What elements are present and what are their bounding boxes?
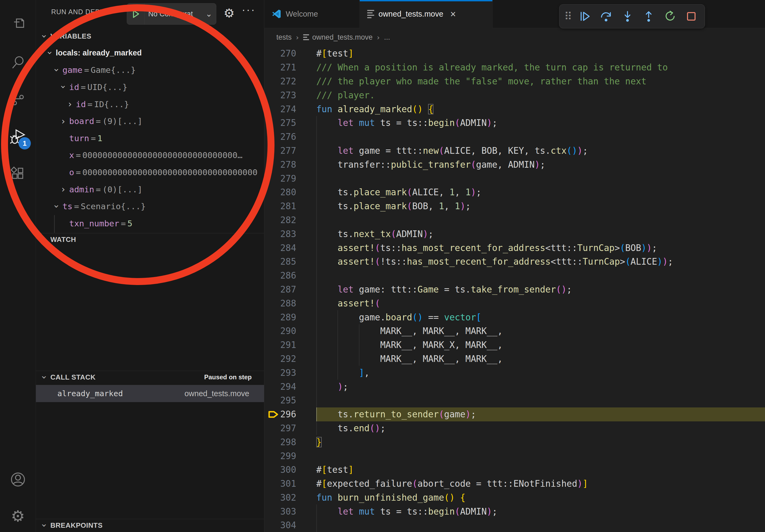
code-line[interactable]: 303 let mut ts = ts::begin(ADMIN);	[264, 504, 765, 518]
code-line[interactable]: 288 assert!(	[264, 296, 765, 310]
code-text[interactable]: #[test]	[316, 47, 765, 61]
tab-welcome[interactable]: Welcome	[264, 0, 360, 28]
line-number[interactable]: 294	[264, 382, 316, 392]
search-icon[interactable]	[0, 47, 36, 77]
code-text[interactable]: /// the player who made the "false" move…	[316, 75, 765, 89]
line-number[interactable]: 285	[264, 256, 316, 267]
code-text[interactable]: let game: ttt::Game = ts.take_from_sende…	[316, 283, 765, 297]
debug-settings-gear-icon[interactable]: ⚙	[224, 6, 235, 20]
line-number[interactable]: 299	[264, 451, 316, 461]
debug-config-dropdown[interactable]: No Configurat ⌄	[127, 3, 216, 25]
continue-button[interactable]	[576, 8, 593, 25]
chevron-down-icon[interactable]: ›	[46, 47, 54, 59]
source-control-icon[interactable]	[0, 84, 36, 114]
code-text[interactable]: ts.return_to_sender(game);	[316, 407, 765, 421]
variable-row[interactable]: x=0000000000000000000000000000000…	[36, 147, 264, 164]
code-text[interactable]: assert!(	[316, 296, 765, 310]
code-text[interactable]: let mut ts = ts::begin(ADMIN);	[316, 116, 765, 130]
line-number[interactable]: 292	[264, 354, 316, 364]
line-number[interactable]: 284	[264, 243, 316, 253]
breadcrumb-tests[interactable]: tests	[276, 33, 292, 42]
code-text[interactable]: MARK__, MARK_X, MARK__,	[316, 338, 765, 352]
code-text[interactable]: game.board() == vector[	[316, 310, 765, 324]
chevron-right-icon[interactable]: ›	[57, 117, 69, 126]
line-number[interactable]: 302	[264, 492, 316, 503]
stop-button[interactable]	[683, 8, 700, 25]
line-number[interactable]: 280	[264, 187, 316, 197]
scope-row[interactable]: ›locals: already_marked	[36, 45, 264, 62]
code-text[interactable]: assert!(!ts::has_most_recent_for_address…	[316, 255, 765, 269]
step-over-button[interactable]	[597, 8, 615, 25]
breadcrumb-symbol[interactable]: ...	[384, 33, 390, 42]
line-number[interactable]: 283	[264, 229, 316, 239]
tab-owned-tests-move[interactable]: owned_tests.move ×	[360, 0, 493, 28]
code-text[interactable]: }	[316, 435, 765, 449]
variable-row[interactable]: txn_number=5	[36, 215, 264, 232]
code-line[interactable]: 280 ts.place_mark(ALICE, 1, 1);	[264, 185, 765, 199]
line-number[interactable]: 270	[264, 48, 316, 59]
code-line[interactable]: 275 let mut ts = ts::begin(ADMIN);	[264, 116, 765, 130]
code-line[interactable]: 287 let game: ttt::Game = ts.take_from_s…	[264, 283, 765, 297]
line-number[interactable]: 279	[264, 173, 316, 184]
line-number[interactable]: 282	[264, 215, 316, 225]
line-number[interactable]: 287	[264, 284, 316, 295]
code-text[interactable]: assert!(ts::has_most_recent_for_address<…	[316, 241, 765, 255]
step-into-button[interactable]	[619, 8, 636, 25]
code-line[interactable]: 270#[test]	[264, 47, 765, 61]
variable-row[interactable]: ›ts=Scenario{...}	[36, 198, 264, 215]
code-line[interactable]: 291 MARK__, MARK_X, MARK__,	[264, 338, 765, 352]
code-text[interactable]	[316, 130, 765, 144]
run-and-debug-icon[interactable]: 1	[0, 122, 36, 151]
code-line[interactable]: 293 ],	[264, 366, 765, 380]
settings-gear-icon[interactable]: ⚙	[0, 501, 36, 531]
callstack-frame[interactable]: already_markedowned_tests.move	[36, 385, 264, 402]
code-text[interactable]: fun burn_unfinished_game() {	[316, 491, 765, 505]
chevron-right-icon[interactable]: ›	[57, 185, 69, 194]
line-number[interactable]: 297	[264, 423, 316, 433]
chevron-right-icon[interactable]: ›	[64, 100, 76, 109]
code-text[interactable]: ts.place_mark(BOB, 1, 1);	[316, 199, 765, 213]
code-text[interactable]: MARK__, MARK__, MARK__,	[316, 324, 765, 338]
code-line[interactable]: 276	[264, 130, 765, 144]
step-out-button[interactable]	[640, 8, 657, 25]
code-text[interactable]: MARK__, MARK__, MARK__,	[316, 352, 765, 366]
code-text[interactable]: );	[316, 380, 765, 394]
code-line[interactable]: 271/// When a position is already marked…	[264, 61, 765, 75]
chevron-down-icon[interactable]: ⌄	[205, 9, 216, 20]
code-line[interactable]: 297 ts.end();	[264, 421, 765, 435]
watch-section-header[interactable]: › WATCH	[36, 233, 264, 246]
variable-row[interactable]: ›board=(9)[...]	[36, 113, 264, 130]
code-text[interactable]: ts.next_tx(ADMIN);	[316, 227, 765, 241]
code-text[interactable]: ],	[316, 366, 765, 380]
code-line[interactable]: 294 );	[264, 380, 765, 394]
variable-row[interactable]: ›admin=(0)[...]	[36, 181, 264, 198]
chevron-down-icon[interactable]: ›	[52, 200, 61, 212]
line-number[interactable]: 296	[264, 409, 316, 419]
code-text[interactable]: #[expected_failure(abort_code = ttt::ENo…	[316, 477, 765, 491]
line-number[interactable]: 286	[264, 270, 316, 281]
code-text[interactable]: ts.end();	[316, 421, 765, 435]
code-line[interactable]: 300#[test]	[264, 463, 765, 477]
account-icon[interactable]	[0, 465, 36, 494]
line-number[interactable]: 276	[264, 132, 316, 142]
line-number[interactable]: 273	[264, 90, 316, 101]
code-line[interactable]: 285 assert!(!ts::has_most_recent_for_add…	[264, 255, 765, 269]
code-line[interactable]: 286	[264, 269, 765, 283]
line-number[interactable]: 304	[264, 520, 316, 530]
variable-row[interactable]: ›id=UID{...}	[36, 79, 264, 96]
chevron-down-icon[interactable]: ›	[52, 64, 61, 76]
code-line[interactable]: 304	[264, 518, 765, 532]
variable-row[interactable]: o=00000000000000000000000000000000000	[36, 164, 264, 181]
code-line[interactable]: 302fun burn_unfinished_game() {	[264, 491, 765, 505]
chevron-down-icon[interactable]: ›	[59, 81, 68, 93]
variables-section-header[interactable]: › VARIABLES	[36, 30, 264, 43]
code-line[interactable]: 281 ts.place_mark(BOB, 1, 1);	[264, 199, 765, 213]
code-text[interactable]	[316, 171, 765, 185]
code-text[interactable]	[316, 394, 765, 407]
code-line[interactable]: 283 ts.next_tx(ADMIN);	[264, 227, 765, 241]
code-line[interactable]: 284 assert!(ts::has_most_recent_for_addr…	[264, 241, 765, 255]
line-number[interactable]: 289	[264, 312, 316, 323]
code-text[interactable]: ts.place_mark(ALICE, 1, 1);	[316, 185, 765, 199]
code-text[interactable]: let game = ttt::new(ALICE, BOB, KEY, ts.…	[316, 144, 765, 158]
breakpoints-section-header[interactable]: › BREAKPOINTS	[36, 519, 264, 531]
